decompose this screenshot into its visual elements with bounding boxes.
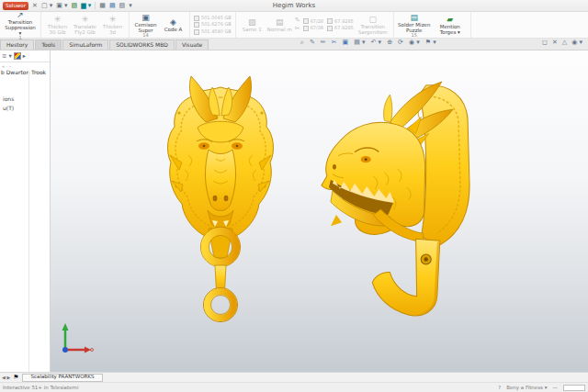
open-document-icon[interactable]: ▣ ▾: [56, 3, 67, 9]
section-view-icon[interactable]: ✂: [332, 39, 337, 46]
tab-solidworks-mbd[interactable]: SOLIDWORKS MBD: [109, 39, 175, 50]
graphics-viewport[interactable]: [51, 50, 588, 372]
measure-checkbox: 67.9285: [327, 26, 354, 31]
file-icon[interactable]: ▤: [109, 3, 116, 9]
knocker-ring: [201, 228, 241, 267]
panel-icon[interactable]: ◻: [542, 39, 548, 46]
toolbar-separator: [95, 2, 96, 9]
previous-view-icon[interactable]: ↶ ▾: [371, 39, 382, 46]
squares-icon: ▣: [141, 13, 150, 22]
zoom-fit-icon[interactable]: ⌕: [300, 39, 304, 46]
hook-shaft-and-loop: [204, 265, 238, 322]
triad-toggle-icon[interactable]: △: [562, 39, 567, 46]
feature-panel-tabs: ≡ ▾ ▸: [0, 50, 50, 62]
star-icon: ✳: [54, 15, 62, 24]
apply-scene-icon[interactable]: ▤ ▾: [354, 39, 365, 46]
y-axis-arrow: [62, 323, 69, 330]
more-options-icon[interactable]: ▾: [129, 3, 132, 9]
ribbon-group-thicken: ✳ Thicken 30 Gib ✳ Translate Fly2 Gib ✳ …: [41, 12, 130, 38]
pattern-icon: ▨: [248, 17, 256, 27]
ribbon-group-cemison: ▣ Cemison Super 14 ◈ Code A: [130, 12, 190, 38]
diamond-icon: ◈: [170, 17, 176, 27]
j-hook: [372, 239, 440, 316]
thicken-3d-button: ✳ Thicken 3d: [100, 15, 125, 35]
pencil-icon: ✎: [295, 17, 300, 24]
editing-mode-dropdown[interactable]: Beny a Fitness ▾: [506, 385, 547, 390]
mention-torges-button[interactable]: ▰ Mention Torges ▾: [434, 15, 467, 35]
size-checkbox-row: 501.4590 GB: [194, 29, 232, 35]
ribbon-toolbar: ↗ Transition Suppression ▾ 1 ✳ Thicken 3…: [0, 12, 588, 39]
expand-view-icon[interactable]: ✕: [552, 39, 558, 46]
tab-visuate[interactable]: Visuate: [175, 39, 209, 50]
new-document-icon[interactable]: ▢ ▾: [41, 3, 52, 9]
z-axis-dot: [62, 347, 68, 353]
annotation-icon[interactable]: ✏: [321, 39, 326, 46]
visibility-icon[interactable]: ◉ ▾: [571, 39, 582, 46]
copy-icon[interactable]: ▧: [119, 3, 126, 9]
status-value-box[interactable]: [563, 385, 585, 391]
table-icon[interactable]: ▦: [99, 3, 106, 9]
dragon-hook-model-front[interactable]: [152, 74, 289, 327]
tab-nav-arrows[interactable]: ◀ ▶: [2, 375, 10, 380]
dash-separator: —: [553, 385, 559, 390]
same-button: ▨ Same 1: [240, 17, 265, 32]
rotate-view-icon[interactable]: ⟳: [398, 39, 403, 46]
part-name-node[interactable]: b Dwarton Trook: [0, 69, 50, 76]
print-icon[interactable]: ▆ ▾: [81, 3, 91, 9]
transition-suppression-button[interactable]: ↗ Transition Suppression ▾ 1: [4, 10, 37, 40]
translate-fly-button: ✳ Translate Fly2 Gib: [73, 15, 97, 35]
ribbon-group-transition: ↗ Transition Suppression ▾ 1: [0, 12, 41, 38]
help-icon[interactable]: ?: [498, 385, 501, 390]
sketch-icon[interactable]: ✎: [310, 39, 315, 46]
tree-item-annotations[interactable]: ions: [0, 95, 50, 102]
measure-checkbox: 67.9285: [327, 18, 354, 24]
measure-checkbox: 67/28: [303, 18, 323, 24]
panel-divider: [28, 71, 29, 372]
chevron-down-icon: ▾: [545, 385, 548, 390]
flag-icon[interactable]: ⚑: [13, 375, 18, 381]
ribbon-group-edit: ▨ Same 1 ▤ Normal m ✎ ✂ 67/28 67.9285 67…: [236, 12, 394, 38]
solder-mizen-puzzle-button[interactable]: ▤ Solder Mizen Puzzle 15: [398, 13, 431, 38]
tab-hestory[interactable]: Hestory: [0, 39, 34, 50]
size-checkbox-row: 501.6276 GB: [194, 22, 232, 28]
panel-icon: ▤: [410, 13, 418, 22]
tab-simulaform[interactable]: SimuLaform: [62, 39, 108, 50]
feature-tree-icon[interactable]: ≡ ▾: [2, 52, 12, 60]
heads-up-toolbar: ⌕ ✎ ✏ ✂ ▣ ▤ ▾ ↶ ▾ ⊕ ⟳ ◉ ▾ ⚑ ▾: [300, 39, 436, 46]
appearance-icon[interactable]: ◉ ▾: [409, 39, 420, 46]
status-message: Interactive 51+ in Telesiatemi: [3, 385, 78, 390]
heads-up-toolbar-right: ◻ ✕ △ ◉ ▾: [542, 39, 582, 46]
main-area: ≡ ▾ ▸ « · – b Dwarton Trook ions u(T): [0, 50, 588, 372]
model-tab[interactable]: Scalability PAANTWORKS: [22, 374, 104, 382]
cemison-super-button[interactable]: ▣ Cemison Super 14: [133, 13, 158, 38]
tree-item-material[interactable]: u(T): [0, 105, 50, 111]
display-manager-icon[interactable]: [14, 52, 21, 60]
star-icon: ✳: [109, 15, 117, 24]
expand-panel-icon[interactable]: ▸: [23, 52, 26, 60]
tag-icon[interactable]: ⚑ ▾: [425, 39, 436, 46]
zoom-in-icon[interactable]: ⊕: [387, 39, 392, 46]
status-bar: Interactive 51+ in Telesiatemi ? Beny a …: [0, 382, 588, 392]
close-icon[interactable]: ✕: [32, 3, 38, 9]
tab-tools[interactable]: Tools: [35, 39, 62, 50]
thicken-30-button: ✳ Thicken 30 Gib: [45, 15, 70, 35]
block-icon: ▰: [447, 15, 453, 24]
size-checkbox-row: 501.0045 GB: [194, 16, 232, 21]
transition-sargenitom-button: ▢ Transition Sargenitom: [356, 15, 390, 35]
normal-button: ▤ Normal m: [267, 17, 292, 32]
display-style-icon[interactable]: ▣: [343, 39, 349, 46]
scissors-icon: ✂: [295, 26, 300, 32]
ribbon-group-sizes: 501.0045 GB 501.6276 GB 501.4590 GB: [190, 12, 236, 38]
box-icon: ▢: [368, 15, 377, 24]
feature-manager-panel: ≡ ▾ ▸ « · – b Dwarton Trook ions u(T): [0, 50, 51, 372]
ribbon-group-solder: ▤ Solder Mizen Puzzle 15 ▰ Mention Torge…: [394, 12, 471, 38]
measure-checkbox: 67/38: [303, 26, 323, 31]
dragon-head-side: [322, 122, 425, 234]
app-logo: Soluwor: [3, 2, 28, 10]
code-a-button[interactable]: ◈ Code A: [161, 17, 186, 32]
star-icon: ✳: [82, 15, 89, 24]
layers-icon: ▤: [276, 17, 284, 27]
collapse-row[interactable]: « · –: [0, 62, 50, 69]
save-icon[interactable]: ▨: [72, 3, 78, 9]
dragon-hook-model-side[interactable]: [319, 76, 482, 326]
